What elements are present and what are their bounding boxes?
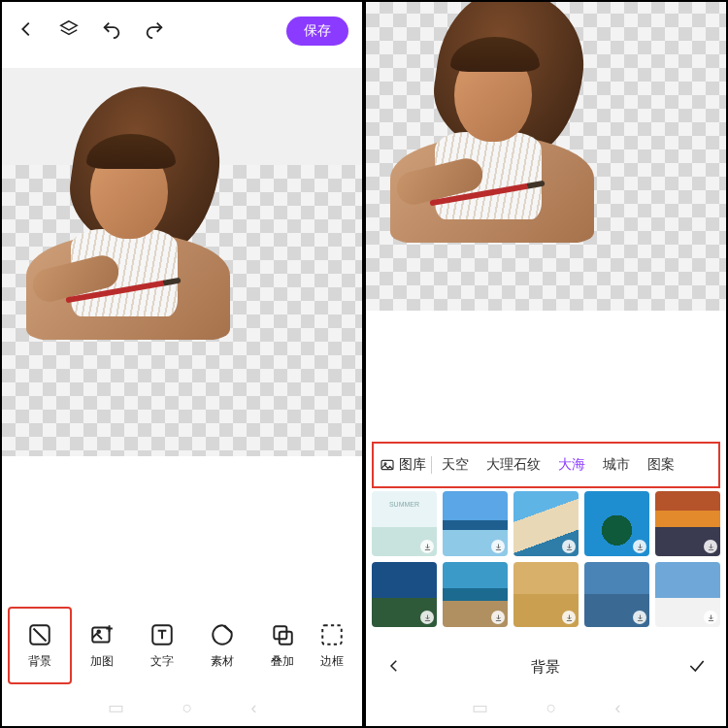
category-pattern[interactable]: 图案 [639,456,683,474]
canvas[interactable] [2,68,362,456]
bg-thumb[interactable] [655,562,720,627]
save-button[interactable]: 保存 [286,17,348,46]
tool-label: 加图 [90,653,114,670]
nav-home-icon[interactable]: ○ [546,698,557,718]
download-icon [491,611,505,624]
screen-left: 保存 背景 加图 文字 素材 叠加 边框 [0,0,364,728]
canvas[interactable] [366,0,726,311]
svg-marker-0 [61,21,78,30]
nav-back-icon[interactable]: ‹ [250,698,256,718]
download-icon [562,611,576,624]
tool-label: 素材 [211,653,234,670]
gallery-button[interactable]: 图库 [380,456,430,474]
bg-thumb[interactable] [443,491,508,556]
panel-back-icon[interactable] [385,657,403,678]
undo-icon[interactable] [101,18,122,44]
tool-label: 背景 [28,653,51,670]
download-icon [633,611,646,624]
gallery-label: 图库 [399,456,426,474]
download-icon [420,540,434,553]
tool-stickers[interactable]: 素材 [192,609,252,682]
download-icon [704,611,717,624]
layers-icon[interactable] [58,18,80,44]
tool-background[interactable]: 背景 [8,607,72,684]
download-icon [562,540,576,553]
divider [431,456,432,474]
panel-title: 背景 [531,658,560,677]
category-sea[interactable]: 大海 [549,456,594,474]
bg-thumb[interactable] [372,562,437,627]
bg-thumb[interactable] [443,562,508,627]
redo-icon[interactable] [144,18,165,44]
bg-thumb[interactable] [372,491,437,556]
background-panel: 图库 天空 大理石纹 大海 城市 图案 背景 [366,311,726,726]
bg-thumb[interactable] [513,562,579,627]
svg-point-4 [97,630,100,633]
nav-back-icon[interactable]: ‹ [614,698,620,718]
nav-home-icon[interactable]: ○ [182,698,193,718]
bg-thumb[interactable] [584,562,649,627]
confirm-icon[interactable] [687,656,707,678]
category-marble[interactable]: 大理石纹 [478,456,549,474]
screen-right: 图库 天空 大理石纹 大海 城市 图案 背景 [364,0,728,728]
back-icon[interactable] [16,18,37,44]
bottom-toolbar: 背景 加图 文字 素材 叠加 边框 [2,600,362,691]
tool-text[interactable]: 文字 [132,609,192,682]
thumbnail-grid [372,491,720,627]
tool-label: 文字 [150,653,174,670]
nav-recent-icon[interactable]: ▭ [108,697,124,718]
tool-frame[interactable]: 边框 [313,609,351,682]
cutout-subject[interactable] [364,0,604,243]
android-nav: ▭ ○ ‹ [366,695,726,720]
tool-label: 边框 [320,653,344,670]
tool-label: 叠加 [271,653,294,670]
category-bar: 图库 天空 大理石纹 大海 城市 图案 [372,442,720,488]
tool-add-image[interactable]: 加图 [72,609,132,682]
cutout-subject[interactable] [0,87,240,340]
blank-area [2,458,362,600]
download-icon [491,540,505,553]
bg-thumb[interactable] [584,491,649,556]
svg-rect-8 [322,625,342,645]
bg-thumb[interactable] [513,491,579,556]
svg-line-2 [34,628,47,641]
download-icon [420,611,434,624]
nav-recent-icon[interactable]: ▭ [472,697,488,718]
bg-thumb[interactable] [655,491,720,556]
download-icon [704,540,717,553]
download-icon [633,540,646,553]
category-sky[interactable]: 天空 [433,456,478,474]
android-nav: ▭ ○ ‹ [2,695,362,720]
tool-overlay[interactable]: 叠加 [252,609,313,682]
top-toolbar: 保存 [2,2,362,60]
panel-footer: 背景 [366,643,726,691]
category-city[interactable]: 城市 [594,456,639,474]
